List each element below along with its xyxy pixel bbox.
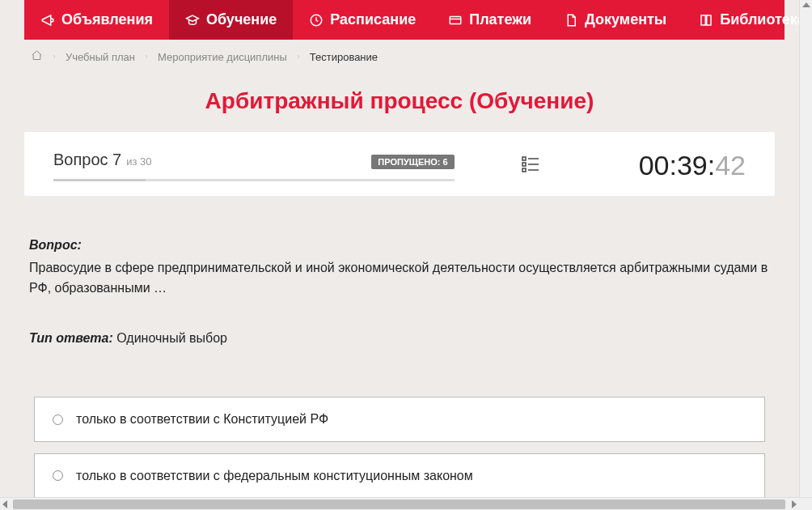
scrollbar-thumb[interactable] xyxy=(13,499,785,509)
nav-learning[interactable]: Обучение xyxy=(169,0,293,40)
svg-rect-6 xyxy=(522,168,526,172)
document-icon xyxy=(564,13,578,28)
nav-schedule[interactable]: Расписание xyxy=(293,0,432,40)
timer: 00:39:42 xyxy=(639,150,746,181)
page-title: Арбитражный процесс (Обучение) xyxy=(0,88,799,114)
nav-label: Платежи xyxy=(469,11,531,28)
nav-announcements[interactable]: Объявления xyxy=(24,0,169,40)
answer-option[interactable]: только в соответствии с Конституцией РФ xyxy=(34,397,765,442)
svg-rect-2 xyxy=(522,157,526,160)
main-nav: Объявления Обучение Расписание Платежи Д… xyxy=(24,0,785,40)
answer-option[interactable]: только в соответствии с федеральным конс… xyxy=(34,453,765,497)
answer-type-value: Одиночный выбор xyxy=(113,331,227,345)
answer-list: только в соответствии с Конституцией РФ … xyxy=(29,397,770,497)
card-icon xyxy=(448,13,463,28)
horizontal-scrollbar[interactable] xyxy=(0,497,812,510)
nav-label: Расписание xyxy=(330,11,416,28)
svg-rect-1 xyxy=(450,16,461,23)
question-body: Вопрос: Правосудие в сфере предпринимате… xyxy=(0,196,799,497)
progress-bar xyxy=(53,179,455,181)
chevron-right-icon xyxy=(51,52,57,62)
home-icon[interactable] xyxy=(31,49,43,64)
status-card: Вопрос 7 из 30 ПРОПУЩЕНО: 6 00:39:42 xyxy=(24,132,775,196)
chevron-right-icon xyxy=(295,52,302,62)
breadcrumb: Учебный план Мероприятие дисциплины Тест… xyxy=(0,40,799,74)
nav-label: Объявления xyxy=(61,11,153,28)
breadcrumb-study-plan[interactable]: Учебный план xyxy=(66,51,135,63)
question-list-button[interactable] xyxy=(519,155,542,177)
answer-type-label: Тип ответа: xyxy=(29,331,113,345)
svg-rect-4 xyxy=(522,163,526,166)
radio-icon xyxy=(53,470,63,481)
progress-fill xyxy=(53,179,146,181)
breadcrumb-testing: Тестирование xyxy=(310,51,378,63)
breadcrumb-discipline-event[interactable]: Мероприятие дисциплины xyxy=(158,51,287,63)
vertical-scrollbar[interactable] xyxy=(799,0,812,497)
skipped-badge: ПРОПУЩЕНО: 6 xyxy=(371,155,454,169)
book-icon xyxy=(699,13,713,28)
clock-icon xyxy=(309,13,324,28)
answer-text: только в соответствии с Конституцией РФ xyxy=(76,409,328,430)
chevron-right-icon xyxy=(143,52,150,62)
question-text: Правосудие в сфере предпринимательской и… xyxy=(29,257,770,299)
nav-label: Обучение xyxy=(206,11,277,28)
timer-seconds: 42 xyxy=(715,150,746,181)
timer-main: 00:39: xyxy=(639,150,716,181)
question-number: Вопрос 7 xyxy=(53,151,121,169)
radio-icon xyxy=(53,414,63,425)
megaphone-icon xyxy=(40,13,55,28)
nav-library[interactable]: Библиотека xyxy=(683,0,799,40)
nav-label: Библиотека xyxy=(720,11,799,28)
graduate-icon xyxy=(185,13,200,28)
question-label: Вопрос: xyxy=(29,238,82,252)
nav-documents[interactable]: Документы xyxy=(548,0,683,40)
nav-payments[interactable]: Платежи xyxy=(432,0,548,40)
nav-label: Документы xyxy=(585,11,666,28)
question-total: из 30 xyxy=(126,155,151,168)
answer-text: только в соответствии с федеральным конс… xyxy=(76,465,473,487)
